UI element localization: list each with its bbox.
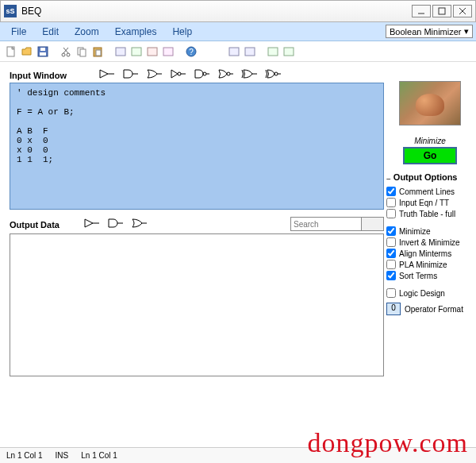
input-window-label: Input Window [10, 71, 67, 80]
svg-text:?: ? [189, 48, 194, 56]
status-ins: INS [56, 451, 69, 460]
menu-file[interactable]: File [3, 24, 34, 40]
opt-comment-lines-check[interactable] [386, 187, 396, 196]
help-icon[interactable]: ? [185, 45, 198, 58]
search-button[interactable] [362, 217, 384, 231]
chevron-down-icon: ▾ [464, 26, 469, 37]
nand-gate-icon[interactable] [194, 68, 209, 79]
opt-truth-table-full[interactable]: Truth Table - full [386, 209, 474, 218]
cut-icon[interactable] [60, 45, 72, 58]
svg-point-36 [274, 72, 278, 75]
status-bar: Ln 1 Col 1 INS Ln 1 Col 1 [0, 447, 476, 463]
opt-sort-terms[interactable]: Sort Terms [386, 271, 474, 280]
svg-point-9 [67, 53, 70, 56]
svg-rect-19 [163, 48, 173, 56]
output-options-title: Output Options [393, 172, 458, 182]
svg-rect-16 [116, 48, 125, 56]
svg-rect-18 [148, 48, 157, 56]
buffer-gate-icon-2[interactable] [83, 218, 99, 229]
tool-icon-1[interactable] [114, 45, 127, 58]
opt-pla-minimize-check[interactable] [386, 260, 396, 269]
output-editor[interactable] [10, 233, 384, 376]
and-gate-icon[interactable] [122, 68, 138, 79]
tool-icon-7[interactable] [267, 45, 279, 58]
maximize-window-button[interactable] [432, 5, 451, 17]
status-linecol-1: Ln 1 Col 1 [6, 451, 43, 460]
menu-bar: File Edit Zoom Examples Help Boolean Min… [0, 22, 476, 41]
menu-zoom[interactable]: Zoom [67, 24, 107, 40]
tool-icon-4[interactable] [162, 45, 175, 58]
xnor-gate-icon[interactable] [265, 68, 281, 79]
svg-rect-7 [40, 48, 45, 51]
svg-point-31 [203, 72, 206, 75]
paste-icon[interactable] [91, 45, 104, 58]
tool-icon-5[interactable] [228, 45, 240, 58]
and-gate-icon-2[interactable] [107, 218, 123, 229]
close-window-button[interactable] [453, 5, 472, 17]
svg-point-8 [62, 53, 65, 56]
window-title: BEQ [21, 6, 410, 17]
mode-select-value: Boolean Minimizer [390, 27, 461, 37]
menu-help[interactable]: Help [164, 24, 200, 40]
opt-align-minterms[interactable]: Align Minterms [386, 249, 474, 258]
input-editor[interactable]: ' design comments F = A or B; A B F 0 x … [10, 83, 384, 210]
red-panda-image [399, 81, 461, 125]
opt-comment-lines[interactable]: Comment Lines [386, 187, 474, 196]
svg-rect-6 [40, 52, 46, 56]
collapse-icon[interactable]: − [386, 175, 391, 183]
go-button[interactable]: Go [403, 147, 457, 164]
opt-logic-design-check[interactable] [386, 288, 396, 298]
menu-examples[interactable]: Examples [107, 24, 165, 40]
toolbar: ? [0, 41, 476, 62]
or-gate-icon-2[interactable] [131, 218, 147, 229]
svg-rect-15 [96, 50, 101, 56]
or-gate-icon[interactable] [146, 68, 162, 79]
opt-input-eqn-tt[interactable]: Input Eqn / TT [386, 198, 474, 207]
svg-point-33 [227, 72, 230, 75]
svg-rect-1 [439, 8, 445, 14]
opt-truth-table-full-check[interactable] [386, 209, 396, 218]
svg-rect-24 [268, 48, 278, 56]
opt-logic-design[interactable]: Logic Design [386, 288, 474, 298]
svg-rect-25 [284, 48, 294, 56]
svg-rect-22 [229, 48, 239, 56]
opt-invert-minimize-check[interactable] [386, 237, 396, 247]
svg-rect-13 [80, 49, 86, 56]
tool-icon-3[interactable] [146, 45, 159, 58]
app-icon: sS [4, 5, 17, 17]
opt-minimize[interactable]: Minimize [386, 226, 474, 236]
opt-sort-terms-check[interactable] [386, 271, 396, 280]
opt-pla-minimize[interactable]: PLA Minimize [386, 260, 474, 269]
buffer-gate-icon[interactable] [98, 68, 114, 79]
input-gate-row [90, 67, 281, 83]
output-options-panel: −Output Options Comment Lines Input Eqn … [386, 172, 474, 315]
tool-icon-8[interactable] [282, 45, 295, 58]
open-file-icon[interactable] [21, 45, 33, 58]
tool-icon-6[interactable] [244, 45, 256, 58]
new-file-icon[interactable] [5, 45, 17, 58]
nor-gate-icon[interactable] [217, 68, 233, 79]
operator-format-value[interactable]: 0 [386, 303, 401, 315]
menu-edit[interactable]: Edit [34, 24, 67, 40]
not-gate-icon[interactable] [170, 68, 186, 79]
search-input[interactable] [290, 217, 362, 231]
status-linecol-2: Ln 1 Col 1 [81, 451, 117, 460]
opt-align-minterms-check[interactable] [386, 249, 396, 258]
xor-gate-icon[interactable] [241, 68, 257, 79]
minimize-window-button[interactable] [412, 5, 431, 17]
opt-invert-minimize[interactable]: Invert & Minimize [386, 237, 474, 247]
save-file-icon[interactable] [36, 45, 49, 58]
opt-input-eqn-tt-check[interactable] [386, 198, 396, 207]
output-gate-row [75, 216, 147, 232]
title-bar: sS BEQ [0, 0, 476, 22]
svg-rect-17 [132, 48, 141, 56]
output-data-label: Output Data [10, 220, 60, 230]
tool-icon-2[interactable] [130, 45, 143, 58]
copy-icon[interactable] [75, 45, 88, 58]
mode-select[interactable]: Boolean Minimizer ▾ [386, 25, 473, 38]
opt-operator-format[interactable]: 0 Operator Format [386, 303, 474, 315]
minimize-label: Minimize [414, 137, 445, 145]
svg-rect-23 [245, 48, 255, 56]
opt-minimize-check[interactable] [386, 226, 396, 236]
